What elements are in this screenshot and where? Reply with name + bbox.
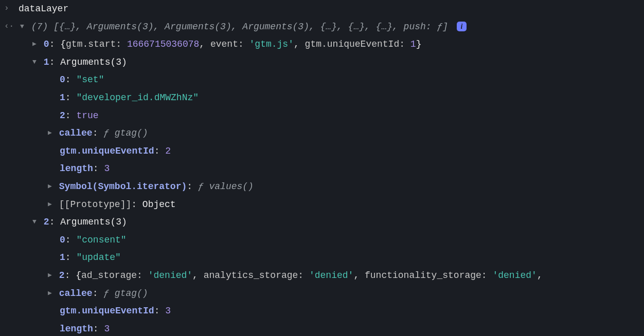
property-row: 2: true <box>0 107 644 125</box>
expand-toggle-icon[interactable]: ▶ <box>31 39 38 50</box>
property-row: ▶ callee: ƒ gtag() <box>0 124 644 142</box>
index-key: 2 <box>44 217 49 227</box>
property-key: callee <box>59 128 93 138</box>
object-value: 1666715036078 <box>127 39 199 49</box>
property-key: 0 <box>60 74 65 85</box>
index-key: 1 <box>44 57 49 67</box>
property-value: true <box>76 110 98 121</box>
object-key: gtm.uniqueEventId: <box>305 39 405 49</box>
property-key: [[Prototype]] <box>59 199 131 210</box>
object-value: 'denied' <box>148 270 192 281</box>
array-item-0: ▶ 0: {gtm.start: 1666715036078, event: '… <box>0 35 644 53</box>
object-key: ad_storage: <box>81 270 142 281</box>
property-row: 1: "developer_id.dMWZhNz" <box>0 89 644 107</box>
property-key: 1 <box>60 92 65 103</box>
expand-toggle-icon[interactable]: ▼ <box>19 21 26 32</box>
function-value: ƒ gtag() <box>103 128 148 138</box>
expand-toggle-icon[interactable]: ▶ <box>46 288 53 299</box>
object-value: 'gtm.js' <box>249 39 294 49</box>
property-row: ▶ callee: ƒ gtag() <box>0 285 644 303</box>
object-key: analytics_storage: <box>204 270 303 281</box>
property-row: ▶ [[Prototype]]: Object <box>0 196 644 214</box>
object-value: 'denied' <box>492 270 536 281</box>
property-value: 3 <box>104 163 110 174</box>
property-key: gtm.uniqueEventId <box>60 306 154 316</box>
arguments-label: Arguments(3) <box>60 217 127 227</box>
function-value: ƒ values() <box>198 181 254 192</box>
function-value: ƒ gtag() <box>103 288 148 298</box>
property-row: 0: "set" <box>0 71 644 89</box>
console-input-row: › dataLayer <box>0 0 644 18</box>
info-icon[interactable]: i <box>457 22 467 31</box>
property-value: "consent" <box>76 235 126 245</box>
index-key: 0 <box>44 39 49 49</box>
console-output-row: ‹· ▼ (7) [{…}, Arguments(3), Arguments(3… <box>0 18 644 36</box>
array-item-1: ▼ 1: Arguments(3) <box>0 53 644 71</box>
object-key: functionality_storage: <box>365 270 487 281</box>
property-key: 1 <box>60 252 65 263</box>
output-chevron-icon: ‹· <box>4 19 19 33</box>
property-row: length: 3 <box>0 160 644 178</box>
property-key: 2 <box>59 270 65 281</box>
input-chevron-icon: › <box>4 1 19 15</box>
property-key: length <box>60 163 93 174</box>
arguments-label: Arguments(3) <box>60 57 127 67</box>
property-value: 3 <box>104 324 110 334</box>
object-key: gtm.start: <box>66 39 121 49</box>
object-value: 'denied' <box>309 270 353 281</box>
console-input-text: dataLayer <box>19 4 68 14</box>
property-value: 3 <box>165 306 171 316</box>
property-row: gtm.uniqueEventId: 3 <box>0 302 644 320</box>
array-preview: [{…}, Arguments(3), Arguments(3), Argume… <box>53 22 454 32</box>
property-key: length <box>60 324 93 334</box>
expand-toggle-icon[interactable]: ▶ <box>46 181 53 192</box>
property-key: 2 <box>60 110 65 121</box>
array-length: (7) <box>31 22 48 32</box>
object-key: event: <box>210 39 244 49</box>
property-row: length: 3 <box>0 320 644 336</box>
property-key: 0 <box>60 235 65 245</box>
expand-toggle-icon[interactable]: ▶ <box>46 270 53 281</box>
expand-toggle-icon[interactable]: ▶ <box>46 127 53 139</box>
expand-toggle-icon[interactable]: ▼ <box>31 216 38 228</box>
property-row: 1: "update" <box>0 249 644 267</box>
property-value: Object <box>142 199 176 210</box>
property-value: "set" <box>76 74 104 85</box>
property-key: callee <box>59 288 93 298</box>
property-row: ▶ 2: {ad_storage: 'denied', analytics_st… <box>0 267 644 285</box>
property-value: "developer_id.dMWZhNz" <box>76 92 199 103</box>
property-row: ▶ Symbol(Symbol.iterator): ƒ values() <box>0 178 644 196</box>
property-key: Symbol(Symbol.iterator) <box>59 181 187 192</box>
expand-toggle-icon[interactable]: ▶ <box>46 199 53 210</box>
property-key: gtm.uniqueEventId <box>60 146 154 156</box>
object-value: 1 <box>410 39 416 49</box>
expand-toggle-icon[interactable]: ▼ <box>31 57 38 68</box>
property-row: 0: "consent" <box>0 231 644 249</box>
property-row: gtm.uniqueEventId: 2 <box>0 142 644 160</box>
property-value: "update" <box>76 252 120 263</box>
array-item-2: ▼ 2: Arguments(3) <box>0 213 644 231</box>
property-value: 2 <box>165 146 171 156</box>
